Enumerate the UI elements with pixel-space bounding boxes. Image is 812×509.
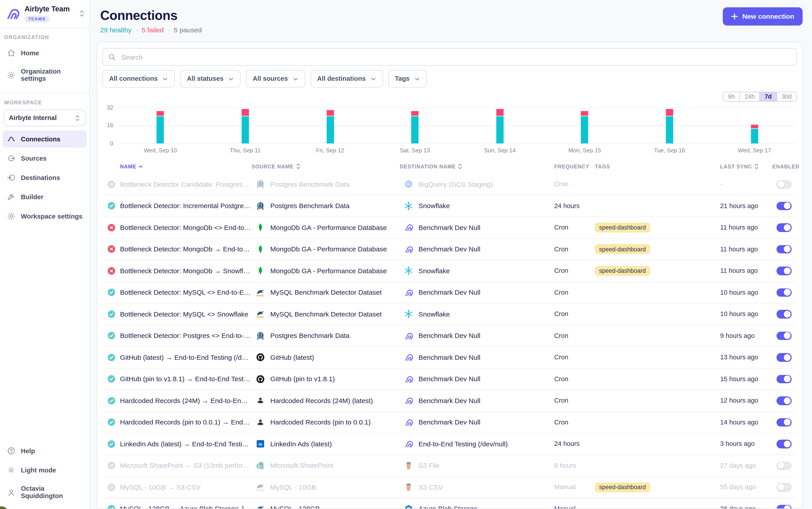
connection-name[interactable]: LinkedIn Ads (latest) → End-to-End Testi…: [120, 440, 252, 448]
table-row[interactable]: Bottleneck Detector: MongoDb → Snowflake…: [102, 260, 797, 281]
connection-name[interactable]: GitHub (latest) → End-to-End Testing (/d…: [120, 353, 252, 361]
source-name[interactable]: GitHub (pin to v1.8.1): [270, 375, 335, 383]
connection-name[interactable]: Bottleneck Detector: MongoDb → End-to-En…: [120, 245, 252, 253]
time-range-6h[interactable]: 6h: [723, 92, 740, 101]
workspace-selector[interactable]: Airbyte Internal: [4, 109, 86, 126]
source-name[interactable]: MySQL Benchmark Detector Dataset: [270, 310, 382, 318]
filter-all-connections[interactable]: All connections: [102, 70, 175, 88]
destination-name[interactable]: Snowflake: [419, 202, 450, 210]
chart-bar[interactable]: [372, 103, 457, 143]
enabled-toggle[interactable]: [777, 440, 792, 448]
time-range-30d[interactable]: 30d: [777, 92, 797, 101]
enabled-toggle[interactable]: [777, 310, 792, 318]
connection-name[interactable]: MySQL - 128GB → Azure Blob Storage JSOn …: [120, 505, 252, 509]
sidebar-item-sources[interactable]: Sources: [3, 150, 87, 167]
source-name[interactable]: MongoDb GA - Performance Database: [270, 267, 387, 275]
table-row[interactable]: Bottleneck Detector: MongoDb → End-to-En…: [102, 238, 797, 260]
enabled-toggle[interactable]: [777, 245, 792, 253]
destination-name[interactable]: Benchmark Dev Null: [419, 289, 480, 297]
sidebar-item-destinations[interactable]: Destinations: [3, 169, 87, 186]
failed-count[interactable]: 5 failed: [142, 26, 164, 34]
destination-name[interactable]: BigQuery (GCS Staging): [419, 180, 493, 188]
new-connection-button[interactable]: New connection: [723, 7, 803, 26]
sidebar-item-home[interactable]: Home: [3, 44, 87, 62]
destination-name[interactable]: Benchmark Dev Null: [419, 375, 480, 383]
search-input[interactable]: [120, 53, 791, 61]
connection-name[interactable]: Bottleneck Detector: Incremental Postgre…: [120, 202, 252, 210]
table-row[interactable]: Bottleneck Detector: MySQL <> Snowflake …: [102, 303, 797, 325]
source-name[interactable]: Postgres Benchmark Data: [270, 180, 350, 188]
destination-name[interactable]: Benchmark Dev Null: [419, 224, 480, 231]
table-row[interactable]: Hardcoded Records (pin to 0.0.1) → End-t…: [102, 411, 797, 433]
column-header-destination-name[interactable]: DESTINATION NAME: [400, 163, 550, 170]
connection-name[interactable]: Bottleneck Detector Candidate: Postgres …: [120, 180, 252, 188]
connection-name[interactable]: Bottleneck Detector: Postgres <> End-to-…: [120, 332, 252, 340]
sidebar-item-workspace-settings[interactable]: Workspace settings: [3, 208, 87, 225]
chart-bar[interactable]: [542, 103, 627, 143]
enabled-toggle[interactable]: [777, 461, 792, 470]
enabled-toggle[interactable]: [777, 483, 792, 491]
source-name[interactable]: Hardcoded Records (pin to 0.0.1): [270, 418, 370, 426]
table-row[interactable]: Hardcoded Records (24M) → End-to-End Te.…: [102, 390, 797, 411]
connection-name[interactable]: Bottleneck Detector: MySQL <> End-to-End…: [120, 289, 252, 297]
source-name[interactable]: GitHub (latest): [270, 353, 314, 361]
source-name[interactable]: Hardcoded Records (24M) (latest): [270, 397, 373, 405]
connection-name[interactable]: Bottleneck Detector: MongoDb <> End-to-E…: [120, 224, 252, 231]
enabled-toggle[interactable]: [777, 375, 792, 383]
healthy-count[interactable]: 29 healthy: [100, 26, 131, 34]
chart-bar[interactable]: [712, 103, 797, 143]
destination-name[interactable]: Benchmark Dev Null: [419, 332, 480, 340]
filter-all-destinations[interactable]: All destinations: [310, 70, 383, 88]
sidebar-item-organization-settings[interactable]: Organization settings: [3, 64, 87, 87]
source-name[interactable]: MySQL - 128GB: [270, 505, 320, 509]
team-switcher[interactable]: Airbyte Team TEAMS: [0, 0, 89, 27]
connection-name[interactable]: Microsoft SharePoint → S3 (13mb performa…: [120, 462, 252, 470]
sidebar-item-user[interactable]: Octavia Squiddington: [3, 481, 87, 504]
destination-name[interactable]: Benchmark Dev Null: [419, 418, 480, 426]
connection-name[interactable]: Hardcoded Records (pin to 0.0.1) → End-t…: [120, 418, 252, 426]
destination-name[interactable]: End-to-End Testing (/dev/null): [419, 440, 508, 448]
filter-all-sources[interactable]: All sources: [246, 70, 305, 88]
destination-name[interactable]: Azure Blob Storage: [419, 505, 478, 509]
table-row[interactable]: GitHub (pin to v1.8.1) → End-to-End Test…: [102, 368, 797, 389]
enabled-toggle[interactable]: [777, 288, 792, 297]
enabled-toggle[interactable]: [777, 267, 792, 275]
connection-name[interactable]: MySQL - 10GB → S3 CSV: [120, 483, 252, 491]
enabled-toggle[interactable]: [777, 353, 792, 362]
enabled-toggle[interactable]: [777, 418, 792, 427]
source-name[interactable]: Microsoft SharePoint: [270, 462, 333, 470]
destination-name[interactable]: S3 File: [419, 462, 440, 470]
connection-name[interactable]: Bottleneck Detector: MongoDb → Snowflake: [120, 267, 252, 275]
source-name[interactable]: Postgres Benchmark Data: [270, 202, 350, 210]
enabled-toggle[interactable]: [777, 332, 792, 340]
table-row[interactable]: MySQL - 10GB → S3 CSV MySQLMySQL - 10GB …: [102, 476, 797, 498]
table-row[interactable]: Bottleneck Detector Candidate: Postgres …: [102, 174, 797, 195]
destination-name[interactable]: Snowflake: [419, 267, 450, 275]
source-name[interactable]: MySQL Benchmark Detector Dataset: [270, 289, 382, 297]
destination-name[interactable]: S3 CSV: [419, 483, 443, 491]
enabled-toggle[interactable]: [777, 180, 792, 189]
table-row[interactable]: Bottleneck Detector: Incremental Postgre…: [102, 195, 797, 216]
table-row[interactable]: Microsoft SharePoint → S3 (13mb performa…: [102, 454, 797, 476]
connection-name[interactable]: Bottleneck Detector: MySQL <> Snowflake: [120, 310, 252, 318]
source-name[interactable]: MySQL - 10GB: [270, 483, 316, 491]
sidebar-item-light-mode[interactable]: Light mode: [3, 462, 87, 479]
source-name[interactable]: Postgres Benchmark Data: [270, 332, 350, 340]
destination-name[interactable]: Benchmark Dev Null: [419, 353, 480, 361]
column-header-name[interactable]: NAME: [120, 164, 252, 169]
table-row[interactable]: MySQL - 128GB → Azure Blob Storage JSOn …: [102, 498, 797, 509]
time-range-24h[interactable]: 24h: [740, 92, 759, 101]
table-row[interactable]: Bottleneck Detector: MySQL <> End-to-End…: [102, 281, 797, 303]
sidebar-item-builder[interactable]: Builder: [3, 188, 87, 205]
column-header-source-name[interactable]: SOURCE NAME: [252, 163, 400, 170]
source-name[interactable]: LinkedIn Ads (latest): [270, 440, 332, 448]
connection-name[interactable]: Hardcoded Records (24M) → End-to-End Te.…: [120, 397, 252, 405]
source-name[interactable]: MongoDb GA - Performance Database: [270, 245, 387, 253]
connection-name[interactable]: GitHub (pin to v1.8.1) → End-to-End Test…: [120, 375, 252, 383]
chart-bar[interactable]: [288, 103, 372, 143]
sidebar-item-help[interactable]: Help: [3, 442, 87, 460]
table-row[interactable]: GitHub (latest) → End-to-End Testing (/d…: [102, 346, 797, 368]
table-row[interactable]: Bottleneck Detector: Postgres <> End-to-…: [102, 325, 797, 346]
chart-bar[interactable]: [203, 103, 288, 143]
filter-tags[interactable]: Tags: [388, 70, 427, 88]
